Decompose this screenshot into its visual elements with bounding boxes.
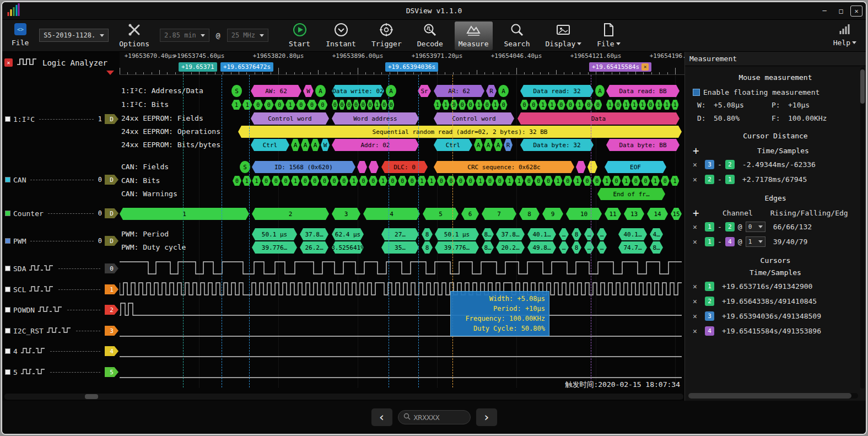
decode-button[interactable]: Decode <box>413 21 447 50</box>
digital-waveform-4[interactable] <box>120 343 682 358</box>
cursor-badge[interactable]: 3 <box>705 160 714 169</box>
options-button[interactable]: Options <box>115 21 153 50</box>
scrollbar-thumb[interactable] <box>860 69 865 104</box>
channel-color-chip[interactable] <box>5 177 10 182</box>
cursor-badge[interactable]: 1 <box>705 222 714 232</box>
channel-color-chip[interactable] <box>5 307 10 313</box>
enable-floating-checkbox[interactable] <box>693 89 700 96</box>
channel-tag[interactable]: 3 <box>105 326 118 336</box>
channel-color-chip[interactable] <box>5 238 10 244</box>
cursor-badge[interactable]: 2 <box>725 160 735 169</box>
cursor-line[interactable] <box>183 75 184 387</box>
channel-row-SCL[interactable]: SCL1 <box>5 284 118 295</box>
remove-row-icon[interactable]: ✕ <box>693 297 702 305</box>
channel-tag[interactable]: D <box>105 236 118 246</box>
remove-row-icon[interactable]: ✕ <box>693 160 702 169</box>
channel-row-POWDN[interactable]: POWDN2 <box>5 304 118 315</box>
edge-channel-select[interactable]: 1 <box>746 236 765 247</box>
maximize-button[interactable]: □ <box>834 6 848 17</box>
duration-select[interactable]: 2.85 min <box>160 29 209 42</box>
add-edge-counter-button[interactable]: + <box>693 208 705 218</box>
panel-vertical-scrollbar[interactable] <box>860 67 865 389</box>
cursor-line[interactable] <box>222 75 222 387</box>
start-button[interactable]: Start <box>285 21 314 50</box>
channel-tag[interactable]: 1 <box>105 284 118 294</box>
cursor-badge[interactable]: 1 <box>705 237 714 246</box>
remove-row-icon[interactable]: ✕ <box>693 282 702 290</box>
digital-waveform-5[interactable] <box>120 364 682 379</box>
close-button[interactable]: ✕ <box>850 6 862 17</box>
channel-row-Counter[interactable]: Counter0D <box>5 208 118 219</box>
remove-row-icon[interactable]: ✕ <box>693 327 702 335</box>
digital-waveform-SDA[interactable] <box>120 260 682 276</box>
cursor-flag[interactable]: +19.65394036s <box>385 62 438 72</box>
remove-row-icon[interactable]: ✕ <box>693 312 702 320</box>
digital-waveform-SCL[interactable] <box>120 281 682 297</box>
scrollbar-thumb[interactable] <box>85 394 98 399</box>
cursor-badge[interactable]: 1 <box>705 282 714 291</box>
samplerate-select[interactable]: 25 MHz <box>227 29 268 42</box>
display-button[interactable]: Display <box>541 21 585 50</box>
cursor-flag[interactable]: +19.65415584s✕ <box>589 62 651 72</box>
channel-row-CAN[interactable]: CAN0D <box>5 174 118 185</box>
channel-color-chip[interactable] <box>5 348 10 354</box>
panel-horizontal-scrollbar[interactable] <box>688 393 858 399</box>
channel-color-chip[interactable] <box>5 287 10 292</box>
channel-color-chip[interactable] <box>5 328 10 333</box>
cursor-line[interactable] <box>418 75 419 387</box>
close-session-icon[interactable]: ✕ <box>4 58 13 67</box>
channel-row-5[interactable]: 55 <box>5 367 118 378</box>
minimize-button[interactable]: ─ <box>817 6 832 17</box>
digital-waveform-POWDN[interactable] <box>120 302 682 317</box>
cursor-badge[interactable]: 4 <box>725 237 735 246</box>
cursor-flag[interactable]: +19.65376472s <box>220 62 273 72</box>
horizontal-scrollbar[interactable] <box>4 394 683 400</box>
file-button[interactable]: <> File <box>8 21 33 50</box>
instant-button[interactable]: Instant <box>322 21 360 50</box>
measure-button[interactable]: Measure <box>455 21 493 50</box>
channel-row-SDA[interactable]: SDA0 <box>5 263 118 274</box>
remove-row-icon[interactable]: ✕ <box>693 238 702 246</box>
wave-body[interactable]: 1:I²C: Address/DataSAW: 62WAData write: … <box>120 75 684 393</box>
channel-color-chip[interactable] <box>5 211 10 216</box>
cursor-badge[interactable]: 3 <box>705 311 714 321</box>
trigger-button[interactable]: Trigger <box>368 21 406 50</box>
scrollbar-thumb[interactable] <box>688 393 851 399</box>
channel-tag[interactable]: D <box>105 175 118 185</box>
edge-channel-select[interactable]: 0 <box>746 222 765 232</box>
channel-tag[interactable]: D <box>105 208 118 218</box>
search-prev-button[interactable]: ‹ <box>371 408 392 426</box>
channel-row-4[interactable]: 44 <box>5 346 118 357</box>
channel-row-PWM[interactable]: PWM0D <box>5 235 118 246</box>
cursor-badge[interactable]: 2 <box>705 297 714 306</box>
help-button[interactable]: Help <box>829 21 860 50</box>
close-flag-icon[interactable]: ✕ <box>641 63 649 71</box>
channel-color-chip[interactable] <box>5 369 10 375</box>
cursor-line[interactable] <box>591 75 591 387</box>
device-select[interactable]: S5-2019-1128. <box>39 29 109 42</box>
search-box[interactable]: XRXXXX <box>398 410 471 424</box>
channel-row-1IC[interactable]: 1:I²C1D <box>5 114 118 125</box>
cursor-badge[interactable]: 2 <box>725 222 735 232</box>
cursor-flag[interactable]: +19.65371 <box>179 62 217 72</box>
search-next-button[interactable]: › <box>476 408 497 426</box>
cursor-badge[interactable]: 2 <box>705 175 714 184</box>
remove-row-icon[interactable]: ✕ <box>693 175 702 184</box>
channel-tag[interactable]: D <box>105 114 118 124</box>
cursor-badge[interactable]: 1 <box>725 175 735 184</box>
channel-tag[interactable]: 2 <box>105 305 118 315</box>
channel-row-I2CRST[interactable]: I2C_RST3 <box>5 325 118 336</box>
cursor-badge[interactable]: 4 <box>705 326 714 336</box>
channel-tag[interactable]: 5 <box>105 367 118 377</box>
time-ruler[interactable]: +19653670.40µs+19653745.60µs+19653820.80… <box>120 52 684 75</box>
search-button[interactable]: Search <box>500 21 534 50</box>
channel-tag[interactable]: 4 <box>105 346 118 356</box>
file-menu-button[interactable]: File <box>593 21 624 50</box>
channel-color-chip[interactable] <box>5 266 10 271</box>
add-cursor-distance-button[interactable]: + <box>693 146 705 155</box>
cursor-line[interactable] <box>389 75 389 387</box>
channel-color-chip[interactable] <box>5 116 10 122</box>
remove-row-icon[interactable]: ✕ <box>693 223 702 231</box>
cursor-line[interactable] <box>452 75 453 387</box>
channel-tag[interactable]: 0 <box>105 263 118 273</box>
